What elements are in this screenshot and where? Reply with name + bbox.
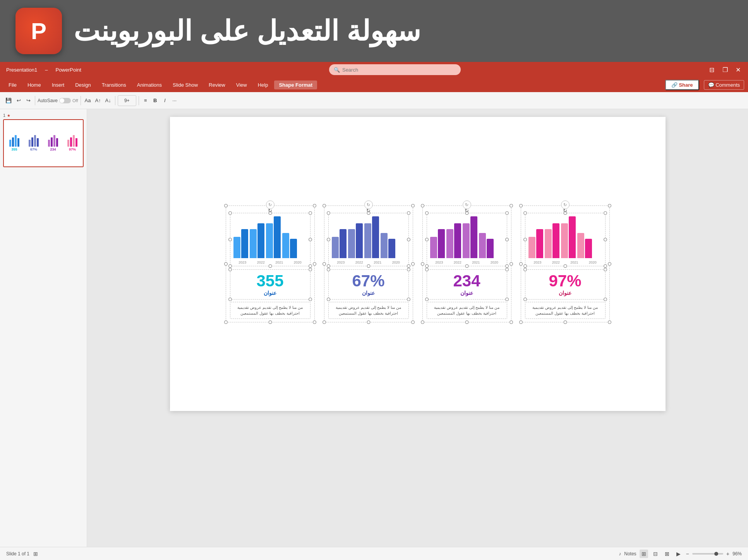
toolbar-redo-btn[interactable]: ↪ — [24, 95, 33, 106]
card-1-number: 355 — [233, 273, 308, 289]
toolbar-align-left[interactable]: ≡ — [141, 95, 150, 106]
card-2-description[interactable]: من منا لا يطمح إلى تقديم عروض تقديمية اح… — [328, 302, 409, 319]
toolbar-text-size-down-btn[interactable]: A↓ — [104, 95, 113, 106]
c3-handle-tr — [510, 204, 513, 207]
chart-rotate-2[interactable]: ↻ — [366, 208, 371, 214]
menu-home[interactable]: Home — [23, 80, 46, 89]
label-1-2023: 2023 — [238, 260, 246, 264]
toolbar-font-size-display[interactable]: 9+ — [118, 95, 136, 106]
slideshow-btn[interactable]: ▶ — [674, 550, 683, 558]
bar-4-1a — [528, 237, 535, 258]
menu-design[interactable]: Design — [70, 80, 95, 89]
toolbar-more[interactable]: ··· — [170, 95, 179, 106]
card-1-description[interactable]: من منا لا يطمح إلى تقديم عروض تقديمية اح… — [230, 302, 311, 319]
c4-num-bl — [523, 298, 527, 301]
chart-handle-br — [309, 264, 312, 268]
bar-2-4a — [381, 233, 388, 258]
restore-icon[interactable]: ❐ — [722, 66, 729, 73]
chart-rotate-4[interactable]: ↻ — [563, 208, 567, 214]
bar-group-4-2 — [545, 223, 559, 258]
toolbar-text-size-btn[interactable]: A↑ — [93, 95, 102, 106]
slide-sorter-btn[interactable]: ⊟ — [651, 550, 660, 558]
menu-view[interactable]: View — [232, 80, 252, 89]
bar-group-2-3 — [364, 216, 379, 258]
menu-review[interactable]: Review — [204, 80, 230, 89]
toolbar-autosave: AutoSave Off — [38, 98, 78, 103]
card-3[interactable]: ↻ ↻ — [422, 206, 511, 322]
card-4-number: 97% — [528, 273, 603, 289]
bar-group-4-3 — [561, 216, 576, 258]
bar-4-4a — [577, 233, 584, 258]
card-3-description[interactable]: من منا لا يطمح إلى تقديم عروض تقديمية اح… — [427, 302, 507, 319]
menu-transitions[interactable]: Transitions — [97, 80, 131, 89]
search-box[interactable]: 🔍 — [329, 64, 461, 75]
reading-view-btn[interactable]: ⊠ — [663, 550, 671, 558]
toolbar-italic[interactable]: I — [161, 95, 169, 106]
menu-shapeformat[interactable]: Shape Format — [274, 80, 317, 89]
fit-page-icon[interactable]: ⊞ — [33, 551, 38, 557]
c4-handle-tr — [608, 204, 611, 207]
label-1-2022: 2022 — [257, 260, 265, 264]
zoom-plus-btn[interactable]: + — [726, 551, 729, 557]
card-4[interactable]: ↻ ↻ — [521, 206, 610, 322]
card-3-number: 234 — [429, 273, 504, 289]
card-2[interactable]: ↻ ↻ — [324, 206, 413, 322]
thumb-indigo: 67% — [29, 135, 39, 151]
toolbar-sep-3 — [115, 96, 115, 105]
card-4-description[interactable]: من منا لا يطمح إلى تقديم عروض تقديمية اح… — [525, 302, 606, 319]
minimize-icon[interactable]: ⊟ — [709, 66, 715, 73]
menu-insert[interactable]: Insert — [47, 80, 69, 89]
bar-3-3a — [463, 223, 470, 258]
zoom-thumb[interactable] — [714, 552, 718, 556]
comments-button[interactable]: 💬 Comments — [704, 80, 744, 90]
card-1[interactable]: ↻ ↻ — [226, 206, 315, 322]
share-button[interactable]: 🔗 Share — [665, 80, 699, 90]
menu-slideshow[interactable]: Slide Show — [168, 80, 202, 89]
bar-2-1b — [340, 229, 347, 258]
c4-handle-mr — [608, 262, 611, 266]
chart-rotate-3[interactable]: ↻ — [465, 208, 469, 214]
c2-num-br — [407, 298, 410, 301]
canvas-area: ↻ ↻ — [87, 109, 748, 547]
zoom-minus-btn[interactable]: − — [686, 551, 689, 557]
status-right: ♪ Notes ⊞ ⊟ ⊠ ▶ − + 96% — [619, 550, 742, 558]
slide-thumbnail[interactable]: 355 67% — [3, 119, 84, 167]
toolbar-undo-btn[interactable]: ↩ — [14, 95, 23, 106]
label-3-2022: 2022 — [454, 260, 461, 264]
toolbar-save-btn[interactable]: 💾 — [4, 95, 13, 106]
c4-handle-ml — [519, 262, 523, 266]
handle-tl — [224, 204, 228, 207]
bar-2-2b — [356, 223, 363, 258]
notes-label[interactable]: Notes — [624, 551, 636, 557]
label-1-2021: 2021 — [275, 260, 283, 264]
normal-view-btn[interactable]: ⊞ — [640, 550, 648, 558]
label-4-2021: 2021 — [570, 260, 578, 264]
bar-group-4-1 — [528, 229, 543, 258]
chart-rotate-1[interactable]: ↻ — [268, 208, 272, 214]
bar-group-2-4 — [381, 233, 395, 258]
card-4-subtitle: عنوان — [528, 290, 603, 296]
menu-help[interactable]: Help — [253, 80, 273, 89]
toolbar-format-btn[interactable]: Aa — [83, 95, 93, 106]
menu-file[interactable]: File — [4, 80, 21, 89]
toolbar-bold[interactable]: B — [151, 95, 160, 106]
zoom-slider[interactable] — [692, 553, 723, 555]
search-input[interactable] — [342, 67, 456, 73]
close-icon[interactable]: ✕ — [735, 66, 742, 73]
label-4-2022: 2022 — [552, 260, 560, 264]
notes-icon[interactable]: ♪ — [619, 551, 621, 557]
bar-group-1-3 — [266, 216, 281, 258]
label-2-2022: 2022 — [355, 260, 363, 264]
handle-ml — [224, 262, 228, 266]
chart-labels-1: 2023 2022 2021 2020 — [233, 260, 307, 264]
autosave-toggle[interactable] — [59, 98, 71, 103]
c3-chart-tr — [505, 211, 509, 215]
zoom-level-label[interactable]: 96% — [733, 551, 742, 557]
menu-animations[interactable]: Animations — [132, 80, 166, 89]
thumb-purple: 234 — [48, 135, 58, 151]
c3-handle-tl — [421, 204, 424, 207]
c2-handle-tr — [411, 204, 415, 207]
label-2-2021: 2021 — [374, 260, 381, 264]
c4-num-tl — [523, 268, 527, 271]
slide-canvas[interactable]: ↻ ↻ — [170, 117, 666, 411]
